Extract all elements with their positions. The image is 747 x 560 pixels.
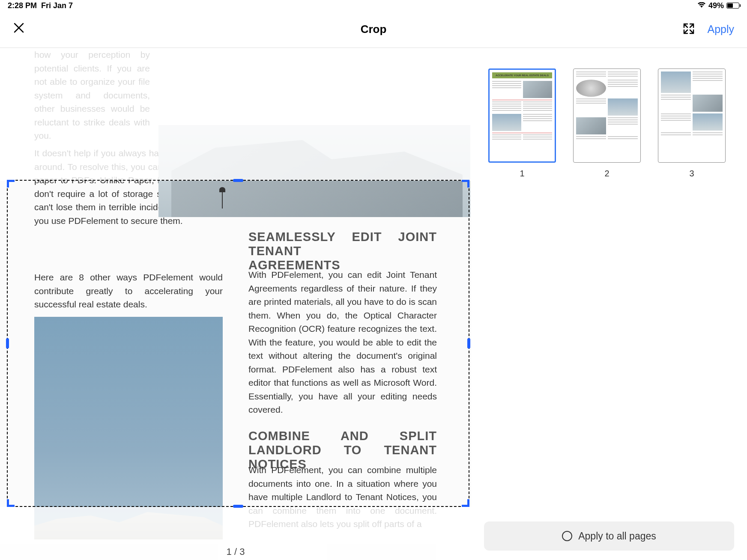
battery-icon — [726, 3, 739, 9]
apply-button[interactable]: Apply — [707, 23, 734, 36]
crop-handle-bottom-left[interactable] — [7, 499, 15, 507]
status-bar: 2:28 PM Fri Jan 7 49% — [0, 0, 747, 11]
wifi-icon — [697, 1, 706, 10]
close-icon[interactable] — [13, 21, 25, 37]
crop-handle-left[interactable] — [6, 338, 9, 349]
thumb-title: ACCELERATE YOUR REAL ESTATE DEALS — [492, 72, 552, 78]
crop-dim-overlay — [0, 48, 471, 181]
page-thumbnail-1[interactable]: ACCELERATE YOUR REAL ESTATE DEALS — [488, 69, 556, 163]
thumb-label: 3 — [689, 169, 694, 179]
apply-all-label: Apply to all pages — [578, 530, 656, 542]
crop-handle-bottom-right[interactable] — [462, 499, 469, 507]
crop-preview[interactable]: how your perception by potential clients… — [0, 48, 471, 560]
status-time: 2:28 PM — [8, 1, 37, 10]
page-title: Crop — [99, 23, 648, 36]
apply-to-all-pages-button[interactable]: Apply to all pages — [484, 521, 734, 551]
crop-handle-right[interactable] — [467, 338, 470, 349]
thumbnail-sidebar: ACCELERATE YOUR REAL ESTATE DEALS 1 — [471, 48, 747, 560]
battery-percent: 49% — [708, 1, 724, 10]
page-counter: 1 / 3 — [227, 546, 245, 557]
radio-unchecked-icon — [562, 531, 572, 541]
page-thumbnail-2[interactable] — [573, 69, 641, 163]
crop-handle-top[interactable] — [233, 179, 243, 182]
thumb-label: 2 — [604, 169, 609, 179]
crop-handle-top-left[interactable] — [7, 180, 15, 188]
crop-handle-top-right[interactable] — [462, 180, 469, 188]
crop-selection[interactable] — [7, 180, 469, 507]
header: Crop Apply — [0, 11, 747, 48]
status-date: Fri Jan 7 — [41, 1, 73, 10]
thumb-label: 1 — [520, 169, 524, 179]
crop-handle-bottom[interactable] — [233, 505, 243, 508]
expand-icon[interactable] — [682, 22, 695, 37]
page-thumbnail-3[interactable] — [658, 69, 726, 163]
